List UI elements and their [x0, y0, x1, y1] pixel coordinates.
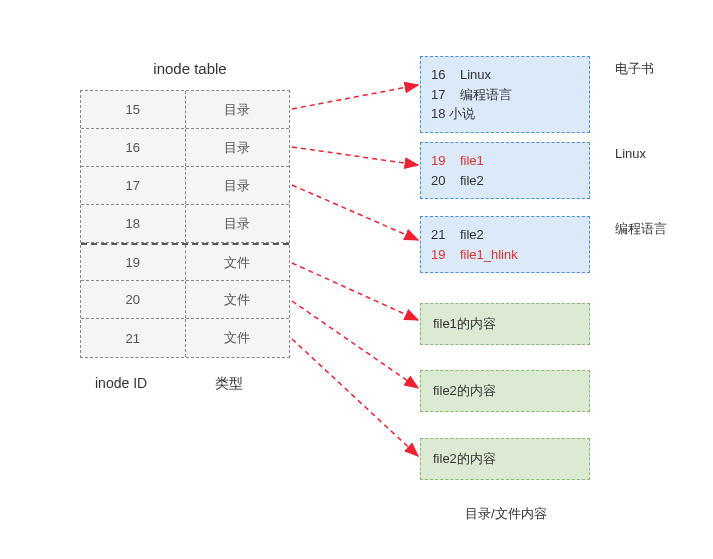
inode-id: 21 — [81, 319, 186, 357]
inode-row-21: 21 文件 — [81, 319, 289, 357]
inode-id: 18 — [81, 205, 186, 242]
svg-line-5 — [292, 339, 418, 456]
dir-entry: 17 编程语言 — [431, 85, 579, 105]
dir-label-ebook: 电子书 — [615, 60, 654, 78]
svg-line-1 — [292, 147, 418, 165]
inode-type: 文件 — [186, 281, 290, 318]
dir-box-ebook: 16 Linux 17 编程语言 18 小说 — [420, 56, 590, 133]
dir-entry: 20 file2 — [431, 171, 579, 191]
dir-box-linux: 19 file1 20 file2 — [420, 142, 590, 199]
dir-entry: 18 小说 — [431, 104, 579, 124]
inode-type: 文件 — [186, 245, 290, 280]
dir-entry: 16 Linux — [431, 65, 579, 85]
svg-line-4 — [292, 301, 418, 388]
file-box-1: file1的内容 — [420, 303, 590, 345]
inode-id: 16 — [81, 129, 186, 166]
svg-line-0 — [292, 85, 418, 109]
content-label: 目录/文件内容 — [465, 505, 547, 523]
inode-type: 目录 — [186, 205, 290, 242]
inode-type: 目录 — [186, 91, 290, 128]
dir-label-prog: 编程语言 — [615, 220, 667, 238]
inode-row-18: 18 目录 — [81, 205, 289, 243]
file-box-3: file2的内容 — [420, 438, 590, 480]
inode-row-20: 20 文件 — [81, 281, 289, 319]
inode-id: 20 — [81, 281, 186, 318]
inode-id-label: inode ID — [95, 375, 147, 391]
dir-box-prog: 21 file2 19 file1_hlink — [420, 216, 590, 273]
dir-label-linux: Linux — [615, 146, 646, 161]
inode-type: 文件 — [186, 319, 290, 357]
inode-id: 15 — [81, 91, 186, 128]
file-box-2: file2的内容 — [420, 370, 590, 412]
inode-type: 目录 — [186, 167, 290, 204]
type-label: 类型 — [215, 375, 243, 393]
svg-line-3 — [292, 263, 418, 320]
inode-row-19: 19 文件 — [81, 243, 289, 281]
inode-row-17: 17 目录 — [81, 167, 289, 205]
svg-line-2 — [292, 185, 418, 240]
dir-entry: 21 file2 — [431, 225, 579, 245]
dir-entry: 19 file1 — [431, 151, 579, 171]
inode-table-title: inode table — [130, 60, 250, 77]
inode-row-15: 15 目录 — [81, 91, 289, 129]
inode-table: 15 目录 16 目录 17 目录 18 目录 19 文件 20 文件 21 文… — [80, 90, 290, 358]
dir-entry: 19 file1_hlink — [431, 245, 579, 265]
inode-type: 目录 — [186, 129, 290, 166]
inode-id: 17 — [81, 167, 186, 204]
inode-id: 19 — [81, 245, 186, 280]
inode-row-16: 16 目录 — [81, 129, 289, 167]
